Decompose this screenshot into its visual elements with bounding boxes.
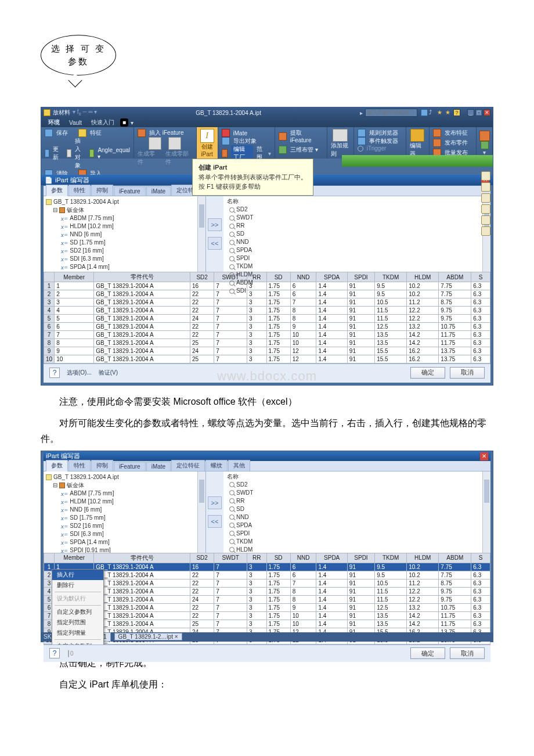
tree-param[interactable]: x= SPDA [1.4 mm] bbox=[45, 263, 204, 271]
tree-param[interactable]: x= SD2 [16 mm] bbox=[45, 247, 204, 255]
gen-comp-icon[interactable] bbox=[168, 137, 181, 150]
tree-param[interactable]: x= SDI [6.3 mm] bbox=[45, 530, 204, 538]
tree-param[interactable]: x= NND [6 mm] bbox=[45, 506, 204, 514]
name-item[interactable]: TKDM bbox=[225, 538, 489, 546]
create-ipart-icon[interactable]: I bbox=[200, 129, 214, 143]
tree-param[interactable]: x= NND [6 mm] bbox=[45, 231, 204, 239]
name-item[interactable]: SWDT bbox=[225, 489, 489, 497]
name-item[interactable]: SWDT bbox=[225, 214, 489, 222]
close-button[interactable]: ✕ bbox=[484, 109, 490, 116]
move-left-button[interactable]: << bbox=[208, 237, 222, 250]
ok-button-2[interactable]: 确定 bbox=[410, 647, 445, 659]
editor-tab-0[interactable]: 参数 bbox=[46, 185, 68, 196]
view-btn-1[interactable] bbox=[481, 171, 490, 181]
tab-env[interactable]: 环境 bbox=[45, 118, 63, 127]
addin-icon[interactable] bbox=[333, 129, 348, 142]
tree-scrollbar-2[interactable] bbox=[197, 471, 205, 553]
name-item[interactable]: SD2 bbox=[225, 206, 489, 214]
verify-link[interactable]: 验证(V) bbox=[99, 369, 118, 377]
name-item[interactable]: SD2 bbox=[225, 481, 489, 489]
view-btn-5[interactable] bbox=[481, 215, 490, 225]
tree-param[interactable]: x= SPDA [1.4 mm] bbox=[45, 538, 204, 546]
context-menu-item[interactable]: 设为默认行 bbox=[52, 593, 103, 604]
tree-param[interactable]: x= SDI [6.3 mm] bbox=[45, 255, 204, 263]
context-menu-item[interactable]: 删除行 bbox=[52, 580, 103, 591]
minimize-button[interactable]: _ bbox=[467, 109, 474, 116]
move-right-button[interactable]: >> bbox=[208, 218, 222, 231]
context-menu-item[interactable]: 自定义参数列 bbox=[52, 641, 103, 645]
tree-param[interactable]: x= SD [1.75 mm] bbox=[45, 239, 204, 247]
editor-tab-0[interactable]: 参数 bbox=[46, 460, 68, 471]
editor-tab-2[interactable]: 抑制 bbox=[91, 460, 113, 471]
status-tab-2[interactable]: GB_T 13829.1-2…ipt × bbox=[114, 633, 182, 640]
view-btn-4[interactable] bbox=[481, 204, 490, 214]
tree-param[interactable]: x= SD [1.75 mm] bbox=[45, 514, 204, 522]
ribbon-end-icon[interactable] bbox=[479, 131, 490, 141]
name-item[interactable]: SDI bbox=[225, 287, 489, 295]
home-icon[interactable] bbox=[421, 109, 428, 116]
view-btn-2[interactable] bbox=[481, 182, 490, 192]
name-item[interactable]: RR bbox=[225, 497, 489, 505]
tree-param[interactable]: x= SPDI [0.91 mm] bbox=[45, 546, 204, 553]
view-btn-3[interactable] bbox=[481, 193, 490, 203]
name-item[interactable]: TKDM bbox=[225, 262, 489, 271]
editor-tab-1[interactable]: 特性 bbox=[68, 460, 91, 471]
search-input[interactable] bbox=[365, 109, 417, 117]
tree-param[interactable]: x= SPDI [0.91 mm] bbox=[45, 271, 204, 272]
names-list[interactable]: 名称SD2SWDTRRSDNNDSPDASPDITKDMHLDMABDMSDI bbox=[223, 196, 490, 272]
editor-tab-4[interactable]: iMate bbox=[146, 462, 171, 471]
name-item[interactable]: SD bbox=[225, 505, 489, 513]
context-menu-item[interactable]: 插入行 bbox=[52, 570, 103, 580]
editor-tab-3[interactable]: iFeature bbox=[114, 186, 146, 196]
names-list-2[interactable]: 名称SD2SWDTRRSDNNDSPDASPDITKDMHLDMABDMSDI bbox=[223, 471, 490, 553]
tree-param[interactable]: x= SD2 [16 mm] bbox=[45, 522, 204, 530]
context-menu-item[interactable]: 指定列范围 bbox=[52, 617, 103, 628]
name-item[interactable]: NND bbox=[225, 513, 489, 521]
editor-tab-5[interactable]: 定位特征 bbox=[171, 460, 205, 471]
name-item[interactable]: HLDM bbox=[225, 271, 489, 279]
tab-vault[interactable]: Vault bbox=[66, 120, 85, 126]
move-right-button-2[interactable]: >> bbox=[208, 496, 222, 509]
help-icon[interactable]: ⤴ bbox=[429, 109, 436, 116]
tree-param[interactable]: x= ABDM [7.75 mm] bbox=[45, 489, 204, 498]
gen-part-icon[interactable] bbox=[149, 137, 161, 150]
cancel-button-2[interactable]: 取消 bbox=[450, 647, 485, 659]
editor-tab-3[interactable]: iFeature bbox=[114, 462, 146, 471]
name-item[interactable]: RR bbox=[225, 222, 489, 230]
param-tree[interactable]: GB_T 13829.1-2004 A.ipt⊟ 钣金体x= ABDM [7.7… bbox=[44, 196, 206, 272]
editor-icon[interactable] bbox=[410, 129, 424, 142]
editor-close-button-2[interactable]: ✕ bbox=[480, 452, 488, 460]
editor-tab-1[interactable]: 特性 bbox=[68, 185, 91, 196]
maximize-button[interactable]: □ bbox=[475, 109, 482, 116]
tab-quickstart[interactable]: 快速入门 bbox=[88, 118, 118, 127]
name-item[interactable]: SPDI bbox=[225, 530, 489, 538]
tree-param[interactable]: x= HLDM [10.2 mm] bbox=[45, 498, 204, 506]
name-item[interactable]: SPDA bbox=[225, 246, 489, 254]
names-scrollbar-2[interactable] bbox=[482, 471, 490, 553]
editor-tab-7[interactable]: 其他 bbox=[228, 460, 250, 471]
help-button[interactable]: ? bbox=[49, 368, 60, 378]
name-item[interactable]: SD bbox=[225, 230, 489, 238]
help2-icon[interactable]: ? bbox=[453, 109, 460, 116]
tab-more-button[interactable]: ■ bbox=[120, 118, 128, 127]
tree-scrollbar[interactable] bbox=[197, 196, 205, 272]
name-item[interactable]: SPDI bbox=[225, 254, 489, 262]
view-btn-6[interactable] bbox=[481, 226, 490, 236]
editor-tab-6[interactable]: 螺纹 bbox=[205, 460, 228, 471]
ribbon-reload-icon[interactable] bbox=[481, 141, 489, 149]
editor-tab-4[interactable]: iMate bbox=[146, 186, 171, 196]
name-item[interactable]: ABDM bbox=[225, 279, 489, 287]
cancel-button[interactable]: 取消 bbox=[450, 367, 485, 379]
context-menu-item[interactable]: 指定列增量 bbox=[52, 628, 103, 638]
tree-param[interactable]: x= HLDM [10.2 mm] bbox=[45, 222, 204, 231]
tree-param[interactable]: x= ABDM [7.75 mm] bbox=[45, 214, 204, 222]
help-button-2[interactable]: ? bbox=[49, 648, 60, 658]
name-item[interactable]: NND bbox=[225, 238, 489, 246]
data-grid-2[interactable]: Member零件代号SD2SWDTRRSDNNDSPDASPDITKDMHLDM… bbox=[44, 553, 490, 645]
context-menu-item[interactable]: 自定义参数列 bbox=[52, 607, 103, 617]
star2-icon[interactable]: ★ bbox=[445, 109, 452, 116]
name-item[interactable]: SPDA bbox=[225, 521, 489, 530]
star-icon[interactable]: ★ bbox=[437, 109, 444, 116]
options-link[interactable]: 选项(O)... bbox=[67, 369, 92, 377]
param-tree-2[interactable]: GB_T 13829.1-2004 A.ipt⊟ 钣金体x= ABDM [7.7… bbox=[44, 471, 206, 553]
